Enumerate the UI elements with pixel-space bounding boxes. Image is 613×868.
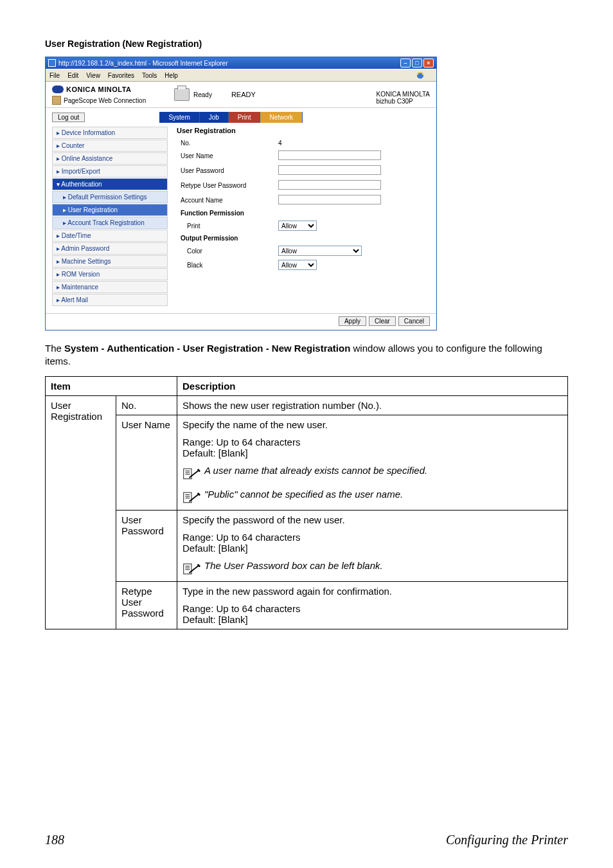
header-model: bizhub C30P [376, 98, 430, 105]
th-description: Description [177, 377, 568, 396]
ie-titlebar: http://192.168.1.2/a_index.html - Micros… [46, 57, 436, 69]
tab-job[interactable]: Job [200, 112, 229, 123]
label-user-password: User Password [178, 164, 274, 177]
select-black-permission[interactable]: Allow [278, 260, 317, 270]
menu-favorites[interactable]: Favorites [108, 72, 134, 79]
cell-group: User Registration [46, 396, 116, 629]
sidebar-item-device-information[interactable]: ▸ Device Information [52, 127, 168, 139]
value-no: 4 [276, 138, 384, 148]
input-user-password[interactable] [278, 165, 381, 175]
tab-print[interactable]: Print [229, 112, 261, 123]
window-maximize-button[interactable]: □ [412, 59, 422, 68]
ie-window: http://192.168.1.2/a_index.html - Micros… [45, 57, 437, 330]
input-retype-password[interactable] [278, 180, 381, 190]
tab-network[interactable]: Network [260, 112, 303, 123]
cell-retype-label: Retype User Password [116, 582, 177, 629]
label-black-perm: Black [178, 258, 274, 271]
brand-name: KONICA MINOLTA [66, 86, 132, 93]
select-print-permission[interactable]: Allow [278, 221, 317, 231]
tabs: System Job Print Network [159, 112, 303, 123]
cell-userpw-label: User Password [116, 511, 177, 582]
status-value: READY [231, 91, 256, 98]
cell-no-label: No. [116, 396, 177, 415]
label-user-name: User Name [178, 149, 274, 163]
label-print-perm: Print [178, 219, 274, 232]
th-item: Item [46, 377, 177, 396]
cell-username-label: User Name [116, 415, 177, 511]
note-icon [182, 466, 200, 482]
content-title: User Registration [177, 127, 430, 134]
header-brand-right: KONICA MINOLTA [376, 91, 430, 98]
label-retype-password: Retype User Password [178, 179, 274, 192]
status-label: Ready [193, 91, 212, 98]
sidebar: ▸ Device Information ▸ Counter ▸ Online … [52, 127, 168, 307]
label-output-permission: Output Permission [178, 233, 384, 243]
select-color-permission[interactable]: Allow [278, 246, 362, 256]
ie-page-icon [48, 59, 56, 67]
ie-menubar: File Edit View Favorites Tools Help [46, 69, 436, 82]
sidebar-sub-user-registration[interactable]: ▸ User Registration [52, 204, 168, 216]
sidebar-item-admin-password[interactable]: ▸ Admin Password [52, 242, 168, 255]
cell-userpw-desc: Specify the password of the new user. Ra… [177, 511, 568, 582]
body-text: The System - Authentication - User Regis… [45, 342, 568, 367]
label-function-permission: Function Permission [178, 208, 384, 218]
km-logo-icon [52, 86, 64, 93]
product-name: PageScope Web Connection [64, 97, 146, 104]
cancel-button[interactable]: Cancel [398, 316, 430, 326]
menu-tools[interactable]: Tools [142, 72, 157, 79]
sidebar-item-maintenance[interactable]: ▸ Maintenance [52, 281, 168, 293]
tab-system[interactable]: System [159, 112, 199, 123]
page-number: 188 [45, 833, 64, 847]
cell-username-desc: Specify the name of the new user. Range:… [177, 415, 568, 511]
printer-icon [174, 88, 190, 101]
sidebar-item-online-assistance[interactable]: ▸ Online Assistance [52, 152, 168, 165]
sidebar-item-rom-version[interactable]: ▸ ROM Version [52, 268, 168, 280]
description-table: Item Description User Registration No. S… [45, 376, 568, 629]
sidebar-item-counter[interactable]: ▸ Counter [52, 140, 168, 152]
window-close-button[interactable]: × [423, 59, 434, 68]
sidebar-item-authentication[interactable]: ▾ Authentication [52, 178, 168, 190]
menu-file[interactable]: File [49, 72, 60, 79]
label-color-perm: Color [178, 244, 274, 257]
note-icon [182, 561, 200, 577]
page-footer-title: Configuring the Printer [446, 833, 568, 847]
menu-view[interactable]: View [86, 72, 100, 79]
pagescope-icon [52, 96, 61, 105]
input-user-name[interactable] [278, 150, 381, 160]
ie-title-text: http://192.168.1.2/a_index.html - Micros… [58, 60, 227, 67]
sidebar-sub-account-track[interactable]: ▸ Account Track Registration [52, 217, 168, 229]
section-title: User Registration (New Registration) [45, 39, 568, 49]
cell-retype-desc: Type in the new password again for confi… [177, 582, 568, 629]
label-no: No. [178, 138, 274, 148]
sidebar-item-machine-settings[interactable]: ▸ Machine Settings [52, 255, 168, 267]
menu-help[interactable]: Help [164, 72, 178, 79]
clear-button[interactable]: Clear [369, 316, 396, 326]
note-icon [182, 490, 200, 506]
sidebar-item-alert-mail[interactable]: ▸ Alert Mail [52, 294, 168, 306]
window-minimize-button[interactable]: – [400, 59, 411, 68]
cell-no-desc: Shows the new user registration number (… [177, 396, 568, 415]
content-pane: User Registration No. 4 User Name User P… [168, 127, 430, 307]
sidebar-item-datetime[interactable]: ▸ Date/Time [52, 230, 168, 242]
logout-button[interactable]: Log out [52, 113, 85, 122]
apply-button[interactable]: Apply [339, 316, 366, 326]
ie-logo-icon [416, 71, 425, 80]
input-account-name[interactable] [278, 195, 381, 204]
pagescope-header: KONICA MINOLTA PageScope Web Connection … [46, 82, 436, 108]
label-account-name: Account Name [178, 194, 274, 207]
sidebar-item-import-export[interactable]: ▸ Import/Export [52, 165, 168, 177]
menu-edit[interactable]: Edit [67, 72, 78, 79]
sidebar-sub-default-permission[interactable]: ▸ Default Permission Settings [52, 191, 168, 203]
